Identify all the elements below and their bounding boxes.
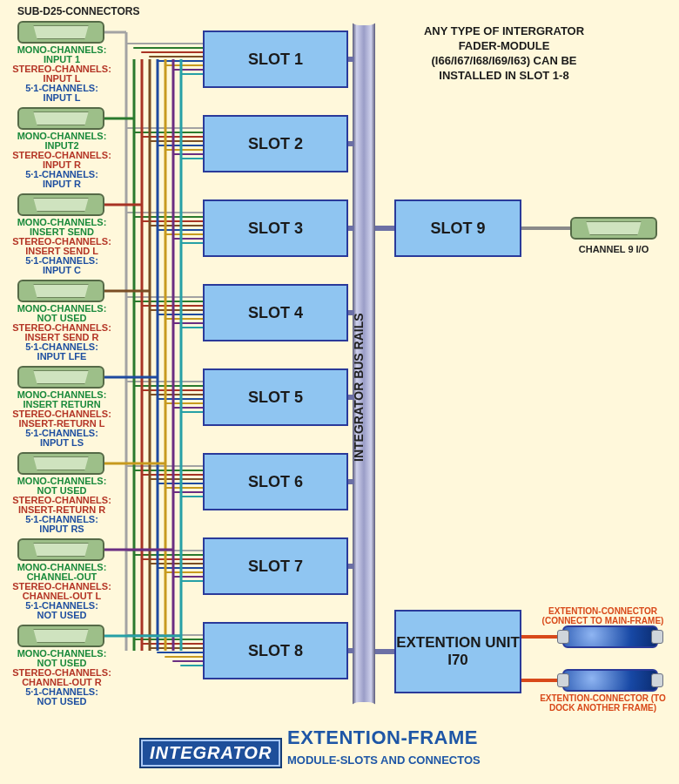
conn-4-label-5: INPUT LFE — [10, 352, 113, 362]
bus-rails-label: INTEGRATOR BUS RAILS — [352, 313, 366, 462]
conn-2-label-5: INPUT R — [10, 179, 113, 190]
slot-install-note: ANY TYPE OF INTERGRATOR FADER-MODULE (I6… — [421, 24, 587, 84]
slot-7: SLOT 7 — [203, 537, 348, 595]
title-line-1: EXTENTION-FRAME — [287, 727, 478, 749]
slot-6: SLOT 6 — [203, 453, 348, 510]
db25-connector-2 — [17, 107, 104, 130]
slot-1: SLOT 1 — [203, 30, 348, 88]
db25-connector-slot-9 — [570, 217, 657, 240]
db25-connector-7 — [17, 538, 104, 561]
db25-connector-1 — [17, 21, 104, 44]
db25-connector-5 — [17, 366, 104, 389]
conn-8-label-5: NOT USED — [10, 697, 113, 707]
db25-connector-3 — [17, 193, 104, 216]
slot-8: SLOT 8 — [203, 622, 348, 679]
slot-3: SLOT 3 — [203, 199, 348, 257]
conn-5-label-5: INPUT LS — [10, 438, 113, 449]
integrator-logo: INTEGRATOR — [139, 738, 282, 768]
slot-5: SLOT 5 — [203, 368, 348, 426]
extention-unit-i70: EXTENTION UNIT I70 — [394, 610, 521, 693]
conn-6-label-5: INPUT RS — [10, 524, 113, 535]
conn-1-label-5: INPUT L — [10, 93, 113, 104]
conn-3-label-5: INPUT C — [10, 266, 113, 276]
slot-4: SLOT 4 — [203, 284, 348, 341]
diagram-stage: SUB-D25-CONNECTORS INTEGRATOR BUS RAILS … — [0, 0, 679, 784]
slot-9: SLOT 9 — [394, 199, 521, 257]
conn-7-label-5: NOT USED — [10, 611, 113, 621]
ext-connector-bottom-label: EXTENTION-CONNECTOR (TO DOCK ANOTHER FRA… — [535, 693, 670, 713]
channel-9-io-label: CHANNEL 9 I/O — [570, 244, 657, 254]
db25-connector-4 — [17, 280, 104, 302]
db25-connector-6 — [17, 452, 104, 475]
db25-connector-8 — [17, 625, 104, 647]
ext-connector-bottom — [562, 669, 658, 692]
sub-d25-header: SUB-D25-CONNECTORS — [17, 5, 139, 17]
slot-2: SLOT 2 — [203, 115, 348, 172]
ext-connector-top-label: EXTENTION-CONNECTOR (CONNECT TO MAIN-FRA… — [535, 606, 670, 625]
title-line-2: MODULE-SLOTS AND CONNECTOS — [287, 754, 481, 767]
ext-connector-top — [562, 625, 658, 648]
